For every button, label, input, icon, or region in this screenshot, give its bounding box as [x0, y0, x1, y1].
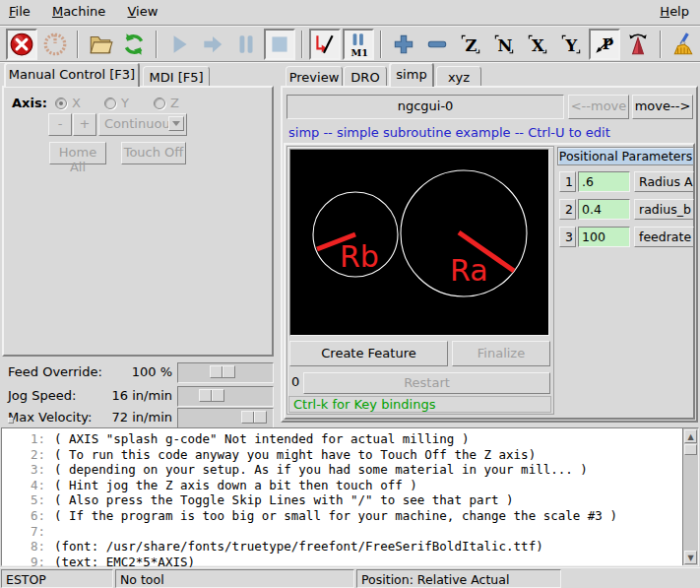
move-right-button[interactable]: move-->: [632, 95, 693, 119]
restart-button[interactable]: Restart: [303, 372, 550, 394]
jog-mode-select[interactable]: Continuous: [98, 113, 187, 136]
open-file-icon: [88, 32, 113, 57]
param-name-label: feedrate: [634, 227, 694, 247]
view-z-icon: Z: [458, 32, 483, 57]
svg-text:Y: Y: [565, 35, 578, 54]
tab-xyz[interactable]: xyz: [436, 66, 481, 87]
view-x-button[interactable]: X: [522, 29, 553, 60]
estop-icon: [9, 32, 34, 57]
svg-text:N: N: [498, 35, 513, 54]
zoom-in-icon: [391, 32, 416, 57]
machine-power-icon: [42, 32, 68, 57]
restart-count: 0: [291, 374, 299, 389]
ngcgui-title: ngcgui-0: [286, 95, 564, 119]
feed-override-slider[interactable]: [177, 362, 274, 383]
chevron-down-icon: [168, 116, 184, 131]
scroll-down-icon[interactable]: ▼: [684, 551, 697, 564]
rotate-view-button[interactable]: [622, 29, 654, 60]
tab-mdi[interactable]: MDI [F5]: [143, 66, 210, 87]
view-y-button[interactable]: Y: [555, 29, 587, 60]
menu-help[interactable]: Help: [651, 0, 698, 26]
toggle-skip-lines-button[interactable]: [309, 29, 341, 60]
finalize-button[interactable]: Finalize: [452, 341, 550, 366]
radio-icon: [55, 98, 67, 109]
resize-grip[interactable]: [8, 418, 14, 424]
jog-speed-slider[interactable]: [177, 386, 274, 407]
tab-manual-control[interactable]: Manual Control [F3]: [4, 62, 140, 87]
estop-button[interactable]: [6, 29, 37, 60]
view-y-icon: Y: [558, 32, 584, 57]
axis-radio-y[interactable]: Y: [104, 96, 129, 110]
preview-canvas: Rb Ra: [289, 149, 549, 336]
run-button[interactable]: [163, 29, 195, 60]
toolbar-separator: [156, 31, 158, 58]
touch-off-button[interactable]: Touch Off: [121, 142, 186, 164]
zoom-out-icon: [424, 32, 450, 57]
pause-button[interactable]: [230, 29, 262, 60]
param-value-input[interactable]: 0.4: [578, 199, 630, 220]
menu-view[interactable]: View: [118, 0, 166, 26]
param-index: 1: [559, 171, 576, 192]
radio-icon: [104, 98, 116, 109]
zoom-out-button[interactable]: [421, 29, 453, 60]
view-z-button[interactable]: Z: [455, 29, 486, 60]
gcode-line: 7:: [2, 524, 698, 540]
max-velocity-slider[interactable]: [177, 408, 274, 428]
status-machine-state: ESTOP: [1, 569, 113, 588]
param-row: 3 100 feedrate: [557, 227, 695, 248]
gcode-scrollbar[interactable]: ▲ ▼: [682, 428, 698, 565]
jog-minus-button[interactable]: -: [48, 113, 72, 136]
scroll-thumb[interactable]: [684, 444, 697, 455]
machine-power-button[interactable]: [39, 29, 71, 60]
param-value-input[interactable]: .6: [578, 171, 630, 192]
svg-text:Z: Z: [466, 35, 477, 54]
gcode-listing[interactable]: 1:( AXIS "splash g-code" Not intended fo…: [1, 427, 699, 566]
axis-radio-z[interactable]: Z: [154, 96, 179, 110]
param-value-input[interactable]: 100: [578, 227, 630, 247]
status-tool: No tool: [115, 569, 354, 588]
circles-drawing: Rb Ra: [290, 150, 546, 333]
tab-preview[interactable]: Preview: [286, 66, 343, 87]
rotate-view-icon: [625, 32, 651, 57]
stop-icon: [267, 32, 292, 57]
pause-icon: [233, 32, 259, 57]
step-button[interactable]: [197, 29, 228, 60]
zoom-in-button[interactable]: [388, 29, 419, 60]
slider-handle[interactable]: [199, 389, 224, 402]
clear-plot-button[interactable]: [668, 29, 699, 60]
param-index: 3: [559, 227, 576, 247]
subroutine-description: simp -- simple subroutine example -- Ctr…: [288, 125, 610, 140]
slider-handle[interactable]: [241, 411, 267, 424]
feed-override-value: 100 %: [10, 364, 172, 379]
menu-machine[interactable]: Machine: [43, 0, 114, 26]
axis-radio-x[interactable]: X: [55, 96, 81, 110]
radius-b-label: Rb: [340, 239, 379, 274]
gcode-line: 4:( Hint jog the Z axis down a bit then …: [2, 478, 698, 493]
home-all-button[interactable]: Home All: [49, 142, 106, 164]
optional-pause-button[interactable]: M1: [343, 29, 374, 60]
axis-label: Axis:: [12, 96, 47, 110]
scroll-up-icon[interactable]: ▲: [684, 429, 697, 443]
jog-plus-button[interactable]: +: [73, 113, 96, 136]
radio-icon: [154, 98, 165, 109]
create-feature-button[interactable]: Create Feature: [289, 341, 448, 366]
move-left-button[interactable]: <--move: [568, 95, 629, 119]
gcode-line: 1:( AXIS "splash g-code" Not intended fo…: [2, 431, 698, 447]
key-bindings-hint: Ctrl-k for Key bindings: [288, 396, 551, 413]
toolbar-separator: [77, 31, 79, 58]
gcode-line: 5:( Also press the Toggle Skip Lines wit…: [2, 492, 698, 508]
tab-dro[interactable]: DRO: [344, 66, 387, 87]
menu-file[interactable]: File: [0, 0, 39, 26]
run-icon: [166, 32, 192, 57]
slider-handle[interactable]: [210, 365, 235, 378]
view-z-rotated-button[interactable]: N: [488, 29, 520, 60]
max-velocity-value: 72 in/min: [10, 410, 172, 425]
tab-simp[interactable]: simp: [389, 62, 434, 87]
view-z-rotated-icon: N: [491, 32, 517, 57]
radius-a-label: Ra: [450, 253, 488, 288]
open-file-button[interactable]: [85, 29, 116, 60]
stop-button[interactable]: [264, 29, 295, 60]
max-velocity-row: Max Velocity: 72 in/min: [0, 408, 280, 429]
view-perspective-button[interactable]: P: [589, 29, 620, 60]
reload-button[interactable]: [118, 29, 150, 60]
